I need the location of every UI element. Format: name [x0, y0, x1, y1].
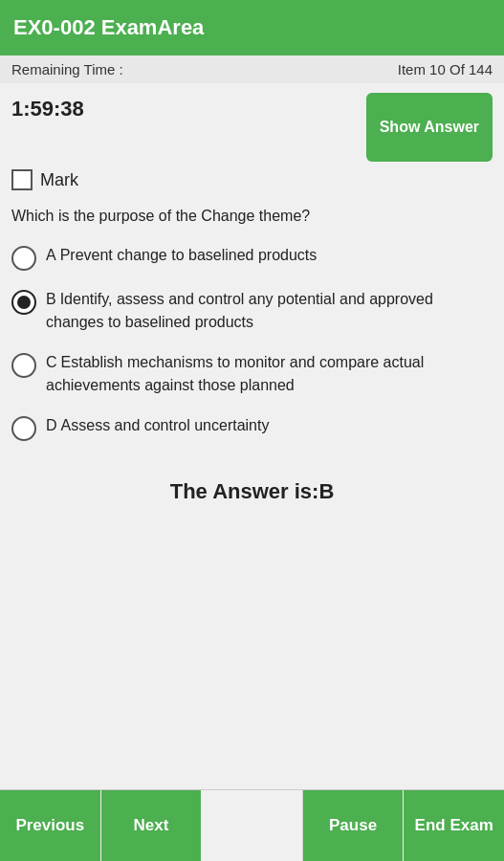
countdown-timer: 1:59:38: [11, 93, 84, 121]
option-a-radio[interactable]: [11, 246, 36, 271]
option-d-text: DAssess and control uncertainty: [46, 414, 269, 437]
remaining-label: Remaining Time :: [11, 61, 123, 77]
next-button[interactable]: Next: [101, 790, 203, 861]
item-counter: Item 10 Of 144: [398, 61, 493, 77]
pause-button[interactable]: Pause: [303, 790, 405, 861]
option-b-row[interactable]: BIdentify, assess and control any potent…: [11, 288, 493, 334]
info-bar: Remaining Time : Item 10 Of 144: [0, 55, 504, 83]
previous-button[interactable]: Previous: [0, 790, 101, 861]
option-b-text: BIdentify, assess and control any potent…: [46, 288, 493, 334]
nav-spacer: [202, 790, 303, 861]
mark-label: Mark: [40, 170, 78, 190]
end-exam-button[interactable]: End Exam: [404, 790, 504, 861]
question-text: Which is the purpose of the Change theme…: [11, 206, 493, 227]
app-title: EX0-002 ExamArea: [13, 15, 204, 39]
main-content: 1:59:38 Show Answer Mark Which is the pu…: [0, 83, 504, 789]
answer-section: The Answer is:B: [11, 479, 493, 504]
mark-row[interactable]: Mark: [11, 169, 493, 190]
option-d-row[interactable]: DAssess and control uncertainty: [11, 414, 493, 441]
show-answer-button[interactable]: Show Answer: [366, 93, 493, 162]
option-c-radio[interactable]: [11, 353, 36, 378]
option-a-row[interactable]: APrevent change to baselined products: [11, 244, 493, 271]
mark-checkbox[interactable]: [11, 169, 33, 190]
option-b-radio[interactable]: [11, 290, 36, 315]
option-d-radio[interactable]: [11, 416, 36, 441]
answer-text: The Answer is:B: [170, 479, 335, 503]
app-header: EX0-002 ExamArea: [0, 0, 504, 55]
bottom-nav: Previous Next Pause End Exam: [0, 789, 504, 861]
timer-row: 1:59:38 Show Answer: [11, 93, 493, 162]
option-c-text: CEstablish mechanisms to monitor and com…: [46, 351, 493, 397]
option-c-row[interactable]: CEstablish mechanisms to monitor and com…: [11, 351, 493, 397]
option-a-text: APrevent change to baselined products: [46, 244, 317, 267]
